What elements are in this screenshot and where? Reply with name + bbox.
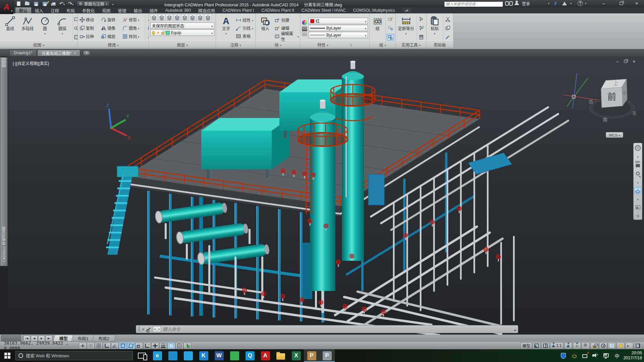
panel-label-groups[interactable]: 组 [370, 42, 395, 48]
exchange-apps-icon[interactable]: X [554, 1, 557, 6]
chevron-down-icon[interactable] [63, 1, 65, 7]
taskbar-app-pdf-reader[interactable]: A [258, 349, 273, 362]
valve[interactable] [381, 310, 385, 316]
annotate-leader-button[interactable]: 引线 [235, 24, 253, 32]
layer-isolate-button[interactable] [173, 14, 181, 21]
ungroup-button[interactable] [387, 25, 394, 32]
help-search-input[interactable] [444, 1, 503, 7]
tray-ime[interactable]: 中 [614, 353, 620, 359]
status-toggle-osnap-3d[interactable] [127, 343, 135, 349]
undo-button[interactable] [59, 1, 65, 7]
draw-tool-arc[interactable]: 圆弧 [54, 14, 71, 42]
layer-color-swatch[interactable] [166, 31, 170, 35]
tray-messages[interactable] [603, 353, 609, 359]
modify-tool-trim[interactable]: 修剪 [122, 15, 144, 24]
drawing-viewport[interactable]: [-][自定义视图][真实] – × [8, 56, 644, 335]
status-model-space-toggle[interactable]: 模型 [521, 343, 532, 349]
lineweight-icon[interactable] [302, 27, 307, 31]
modify-tool-move[interactable]: 移动 [79, 15, 101, 24]
navbar-collapse-button[interactable] [634, 213, 641, 220]
file-tab-1[interactable]: Drawing1* [9, 50, 37, 56]
recent-commands-button[interactable] [153, 326, 161, 332]
modify-tool-array[interactable]: 阵列 [122, 32, 144, 41]
ribbon-tab-12[interactable]: CADWorx Plant I [219, 7, 258, 13]
save-button[interactable] [33, 1, 39, 7]
status-application-status[interactable] [608, 343, 616, 349]
linetype-icon[interactable] [302, 33, 307, 36]
file-tab-2[interactable]: 分离车间三维图* [37, 50, 80, 56]
restore-button[interactable] [616, 0, 626, 7]
group-select-button[interactable] [387, 34, 394, 41]
orbit-button[interactable] [634, 187, 641, 194]
status-status-menu[interactable] [625, 343, 633, 349]
ribbon-tab-13[interactable]: CADWorx Plant II [258, 7, 298, 13]
taskbar-app-kugou-music[interactable]: K [196, 349, 211, 362]
valve[interactable] [496, 255, 500, 261]
quick-select-button[interactable] [418, 16, 425, 22]
linetype-dropdown[interactable]: ByLayer [309, 32, 368, 38]
ribbon-tab-11[interactable]: 精选应用 [195, 7, 219, 13]
paste-button[interactable]: 粘贴 [428, 14, 441, 42]
draw-tool-circle[interactable]: 圆 [36, 14, 54, 42]
taskbar-app-cadworx-plant[interactable]: P [319, 349, 335, 362]
layout-nav-1[interactable]: |◀ [23, 336, 30, 341]
help-menu[interactable] [585, 1, 586, 6]
status-toggle-quick-properties[interactable] [175, 343, 183, 349]
taskbar-app-windows-store[interactable] [165, 349, 180, 362]
save-as-button[interactable] [42, 1, 48, 7]
match-properties-button[interactable] [444, 34, 451, 41]
modify-tool-mirror[interactable]: 镜像 [101, 24, 122, 32]
status-annotation-scale[interactable]: 1:1 [550, 343, 564, 349]
panel-label-block[interactable]: 块 [256, 42, 300, 48]
viewcube-south[interactable]: 南 [603, 117, 607, 122]
text-tool-button[interactable]: A 文字 [217, 14, 235, 42]
start-button[interactable] [0, 349, 15, 362]
search-binoculars-icon[interactable] [505, 1, 513, 6]
taskbar-app-file-explorer[interactable] [273, 349, 288, 362]
viewcube-top-face[interactable]: 上 [613, 80, 618, 86]
annotate-table-button[interactable]: 表格 [235, 33, 253, 40]
close-button[interactable]: × [632, 0, 641, 7]
valve[interactable] [281, 294, 285, 301]
ribbon-tab-15[interactable]: COMSOL Multiphysics [350, 7, 399, 13]
modify-tool-copy[interactable]: 复制 [79, 24, 101, 32]
valve[interactable] [336, 260, 340, 267]
layer-walk-button[interactable] [204, 14, 212, 21]
application-menu-button[interactable]: A [0, 0, 13, 14]
taskbar-search[interactable] [15, 351, 133, 360]
status-toggle-ortho[interactable] [103, 343, 111, 349]
viewcube-west[interactable]: 西 [589, 99, 593, 104]
status-toggle-infer-constraints[interactable] [79, 343, 87, 349]
wheel-menu[interactable] [637, 153, 638, 159]
status-workspace-switching[interactable] [582, 343, 590, 349]
layer-state-dropdown[interactable]: 未保存的图层状态 [150, 22, 214, 29]
ribbon-tab-2[interactable]: 插入 [31, 7, 47, 13]
3d-plant-model[interactable]: Z X Y [8, 56, 644, 335]
ribbon-tab-9[interactable]: 插件 [146, 7, 162, 13]
doc-restore-button[interactable] [624, 60, 627, 63]
status-annotation-autoscale[interactable] [573, 343, 581, 349]
doc-minimize-button[interactable]: – [616, 59, 619, 64]
toolbar-overflow-button[interactable] [112, 1, 114, 7]
ribbon-tab-6[interactable]: 视图 [99, 7, 114, 13]
status-clean-screen[interactable] [634, 343, 642, 349]
status-toggle-otrack[interactable] [135, 343, 143, 349]
ribbon-tab-5[interactable]: 参数化 [78, 7, 99, 13]
pan-button[interactable] [634, 161, 641, 168]
view-cube[interactable]: 前 上 右 西 南 东 [583, 74, 640, 134]
taskbar-app-messenger[interactable] [180, 349, 196, 362]
showmotion-button[interactable] [634, 204, 641, 210]
block-create-button[interactable]: 创建 [274, 16, 299, 23]
taskbar-search-input[interactable] [26, 353, 130, 358]
status-toggle-lineweight[interactable] [159, 343, 167, 349]
status-toggle-dynamic-ucs[interactable] [143, 343, 151, 349]
heat-exchangers[interactable] [155, 201, 270, 265]
plot-button[interactable] [50, 1, 56, 7]
ribbon-collapse-button[interactable]: ▴▾ [402, 8, 411, 13]
panel-expander-icon[interactable]: ↘ [350, 43, 352, 47]
doc-close-button[interactable]: × [633, 59, 635, 64]
quick-calc-button[interactable] [418, 25, 425, 32]
color-wheel-icon[interactable] [302, 20, 307, 25]
status-viewport-maximize[interactable] [533, 343, 541, 349]
panel-label-utilities[interactable]: 实用工具 [396, 42, 426, 48]
